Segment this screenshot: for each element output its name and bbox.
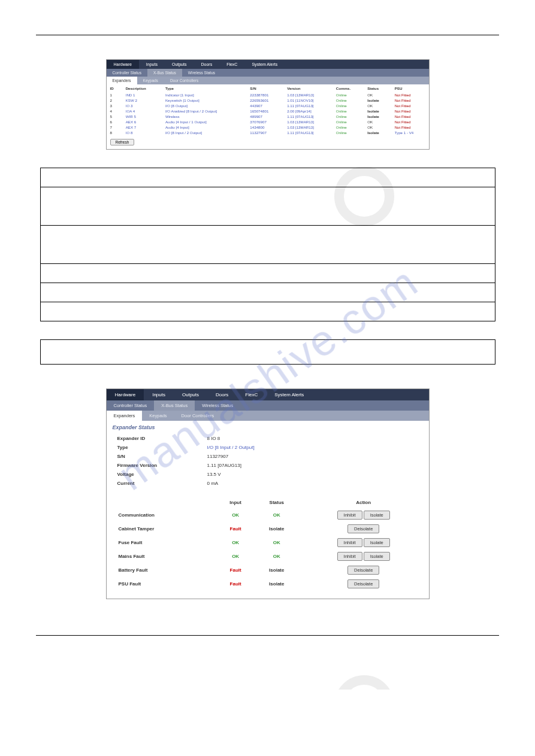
tab-system-alerts[interactable]: System Alerts (266, 389, 312, 400)
cell-type[interactable]: I/O [8 Input / 2 Output] (162, 130, 246, 135)
tab-flexc[interactable]: FlexC (219, 60, 244, 69)
cell-ver[interactable]: 1.03 [13MAR13] (283, 119, 333, 125)
status-row: PSU FaultFaultIsolateDeisolate (108, 578, 428, 590)
tab-hardware[interactable]: Hardware (107, 389, 144, 400)
cell-sn[interactable]: 165074801 (246, 108, 283, 114)
cell-sn[interactable]: 443907 (246, 103, 283, 108)
cell-sn[interactable]: 226593601 (246, 98, 283, 103)
cell-type[interactable]: Audio [4 Input] (162, 125, 246, 130)
deisolate-button[interactable]: Deisolate (347, 566, 379, 575)
cell-desc[interactable]: KSW 2 (122, 98, 162, 103)
cell-type[interactable]: I/O [8 Output] (162, 103, 246, 108)
gear-icon (334, 675, 394, 690)
tab-controller-status[interactable]: Controller Status (107, 400, 155, 411)
tab-door-controllers[interactable]: Door Controllers (164, 77, 204, 84)
cell-desc[interactable]: IND 1 (122, 92, 162, 98)
cell-psu: Not Fitted (391, 103, 429, 108)
cell-id: 5 (107, 114, 122, 119)
cell-ver[interactable]: 2.00 [09Apr14] (283, 108, 333, 114)
tab-inputs[interactable]: Inputs (139, 60, 165, 69)
cell-ver[interactable]: 1.03 [13MAR13] (283, 92, 333, 98)
cell-ver[interactable]: 1.11 [07AUG13] (283, 103, 333, 108)
table-row: 6AEX 6Audio [4 Input / 1 Output]37076907… (107, 119, 429, 125)
refresh-button[interactable]: Refresh (110, 139, 135, 145)
tab-x-bus-status[interactable]: X-Bus Status (147, 69, 182, 77)
cell-sn[interactable]: 223387801 (246, 92, 283, 98)
kv-label: Current (117, 481, 207, 486)
status-row: CommunicationOKOKInhibitIsolate (108, 509, 428, 521)
kv-value[interactable]: I/O [8 Input / 2 Output] (207, 445, 255, 450)
tab-wireless-status[interactable]: Wireless Status (182, 69, 221, 77)
cell-sn[interactable]: 1434800 (246, 125, 283, 130)
isolate-button[interactable]: Isolate (364, 552, 390, 561)
deisolate-button[interactable]: Deisolate (347, 524, 379, 533)
tab-doors[interactable]: Doors (194, 60, 219, 69)
cell-type[interactable]: Wireless (162, 114, 246, 119)
tab-outputs[interactable]: Outputs (165, 60, 194, 69)
cell-type[interactable]: Indicator [1 Input] (162, 92, 246, 98)
cell-ver[interactable]: 1.11 [07AUG13] (283, 130, 333, 135)
inhibit-button[interactable]: Inhibit (337, 552, 362, 561)
kv-row: Firmware Version1.11 [07AUG13] (107, 461, 429, 470)
status-input: Fault (217, 564, 254, 576)
status-actions: Deisolate (300, 564, 428, 576)
tab-doors[interactable]: Doors (207, 389, 237, 400)
cell-psu: Not Fitted (391, 114, 429, 119)
cell-sn[interactable]: 37076907 (246, 119, 283, 125)
tab-x-bus-status[interactable]: X-Bus Status (154, 400, 195, 411)
blank-description-table (40, 168, 495, 321)
isolate-button[interactable]: Isolate (364, 511, 390, 520)
inhibit-button[interactable]: Inhibit (337, 538, 362, 547)
cell-ver[interactable]: 1.11 [07AUG13] (283, 114, 333, 119)
tab-expanders[interactable]: Expanders (107, 411, 143, 421)
cell-id: 8 (107, 130, 122, 135)
cell-desc[interactable]: IO 3 (122, 103, 162, 108)
tab-system-alerts[interactable]: System Alerts (244, 60, 285, 69)
isolate-button[interactable]: Isolate (364, 538, 390, 547)
cell-desc[interactable]: AEX 7 (122, 125, 162, 130)
col-status: Status (364, 84, 391, 92)
bottom-rule (36, 635, 499, 636)
tab-expanders[interactable]: Expanders (107, 77, 137, 84)
cell-desc[interactable]: IOA 4 (122, 108, 162, 114)
kv-label: Firmware Version (117, 463, 207, 468)
tab-inputs[interactable]: Inputs (144, 389, 174, 400)
cell-type[interactable]: I/O Analized [8 Input / 2 Output] (162, 108, 246, 114)
tab-hardware[interactable]: Hardware (107, 60, 139, 69)
status-name: Communication (108, 509, 216, 521)
cell-sn[interactable]: 489907 (246, 114, 283, 119)
col-id: ID (107, 84, 122, 92)
status-actions: Deisolate (300, 523, 428, 535)
expanders-list-panel: HardwareInputsOutputsDoorsFlexCSystem Al… (106, 59, 430, 150)
cell-desc[interactable]: IO 8 (122, 130, 162, 135)
cell-psu: Not Fitted (391, 98, 429, 103)
cell-id: 7 (107, 125, 122, 130)
cell-desc[interactable]: AEX 6 (122, 119, 162, 125)
cell-ver[interactable]: 1.03 [13MAR13] (283, 125, 333, 130)
tab-wireless-status[interactable]: Wireless Status (195, 400, 240, 411)
kv-value: 13.5 V (207, 472, 221, 477)
cell-psu: Not Fitted (391, 108, 429, 114)
cell-ver[interactable]: 1.01 [11NOV10] (283, 98, 333, 103)
tab-outputs[interactable]: Outputs (174, 389, 207, 400)
cell-desc[interactable]: WIR 5 (122, 114, 162, 119)
status-row: Mains FaultOKOKInhibitIsolate (108, 550, 428, 563)
cell-type[interactable]: Keyswitch [1 Output] (162, 98, 246, 103)
cell-type[interactable]: Audio [4 Input / 1 Output] (162, 119, 246, 125)
tab-controller-status[interactable]: Controller Status (107, 69, 147, 77)
cell-sn[interactable]: 11327907 (246, 130, 283, 135)
cell-psu: Not Fitted (391, 125, 429, 130)
cell-status: Isolate (364, 98, 391, 103)
deisolate-button[interactable]: Deisolate (347, 579, 379, 588)
inhibit-button[interactable]: Inhibit (337, 511, 362, 520)
cell-id: 1 (107, 92, 122, 98)
status-row: Cabinet TamperFaultIsolateDeisolate (108, 523, 428, 535)
tab-keypads[interactable]: Keypads (142, 411, 174, 421)
tab-keypads[interactable]: Keypads (137, 77, 164, 84)
tab-door-controllers[interactable]: Door Controllers (174, 411, 222, 421)
cell-psu[interactable]: Type 1 - V4 (391, 130, 429, 135)
status-input: Fault (217, 523, 254, 535)
tab-flexc[interactable]: FlexC (237, 389, 266, 400)
cell-status: OK (364, 119, 391, 125)
status-actions: InhibitIsolate (300, 509, 428, 521)
